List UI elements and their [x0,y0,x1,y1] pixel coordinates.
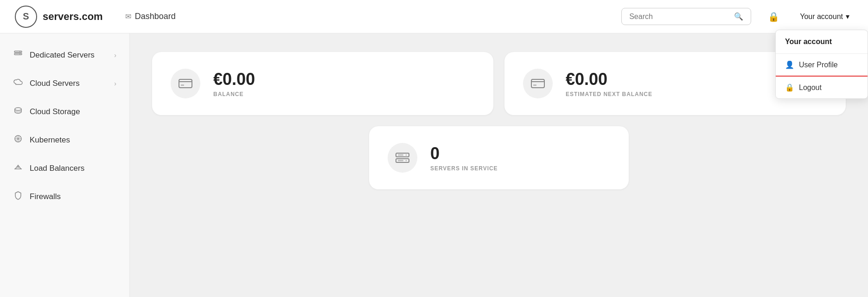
estimated-value: €0.00 [566,70,652,89]
header: S servers.com ✉ Dashboard 🔍 🔒 Your accou… [0,0,868,33]
main-content: €0.00 BALANCE €0.00 ESTIMATED NEXT BALAN… [130,33,868,297]
firewalls-label: Firewalls [30,192,61,201]
balance-card: €0.00 BALANCE [152,52,493,115]
svg-rect-1 [14,53,22,55]
svg-rect-11 [533,84,536,86]
balance-card-icon [171,69,200,98]
sidebar-item-cloud-servers[interactable]: Cloud Servers › [0,69,129,97]
svg-point-4 [15,108,21,110]
search-bar: 🔍 [621,8,751,25]
sidebar-item-dedicated-servers[interactable]: Dedicated Servers › [0,41,129,69]
firewalls-icon [13,191,23,202]
balance-value: €0.00 [213,70,255,89]
cloud-servers-icon [13,77,23,89]
sidebar-item-firewalls[interactable]: Firewalls [0,182,129,211]
kubernetes-icon [13,134,23,146]
search-input[interactable] [629,13,729,21]
estimated-label: ESTIMATED NEXT BALANCE [566,91,652,97]
user-profile-label: User Profile [799,61,838,69]
sidebar-item-load-balancers[interactable]: Load Balancers [0,154,129,182]
svg-point-7 [18,167,19,168]
svg-rect-0 [14,51,22,52]
logo-icon: S [15,6,37,28]
balance-cards-row: €0.00 BALANCE €0.00 ESTIMATED NEXT BALAN… [152,52,846,115]
cloud-storage-label: Cloud Storage [30,107,80,116]
svg-rect-8 [179,79,192,88]
servers-value: 0 [430,144,498,163]
load-balancers-icon [13,162,23,174]
nav-dashboard[interactable]: ✉ Dashboard [125,12,176,21]
cloud-servers-label: Cloud Servers [30,79,80,88]
load-balancers-label: Load Balancers [30,164,84,173]
sidebar: Dedicated Servers › Cloud Servers › [0,33,130,297]
logo[interactable]: S servers.com [15,6,103,28]
cloud-servers-chevron: › [114,80,116,87]
dropdown-item-logout[interactable]: 🔒 Logout [776,77,868,98]
servers-card-icon [388,143,417,173]
svg-rect-9 [181,84,184,86]
logout-label: Logout [799,84,822,92]
logo-text: servers.com [43,11,103,23]
svg-rect-16 [398,155,403,156]
user-profile-icon: 👤 [785,60,794,69]
cloud-storage-icon [13,106,23,117]
svg-point-15 [406,160,407,161]
svg-rect-17 [398,160,403,161]
svg-rect-10 [531,79,544,88]
account-label: Your account [800,13,843,21]
dedicated-servers-label: Dedicated Servers [30,51,95,60]
svg-point-3 [19,54,20,55]
dashboard-icon: ✉ [125,12,131,21]
dedicated-servers-icon [13,49,23,61]
dedicated-servers-chevron: › [114,52,116,59]
estimated-balance-card-icon [523,69,553,98]
dropdown-header: Your account [776,30,868,54]
svg-point-14 [406,155,407,156]
kubernetes-label: Kubernetes [30,136,70,145]
main-layout: Dedicated Servers › Cloud Servers › [0,33,868,297]
svg-point-2 [19,52,20,52]
lock-icon-button[interactable]: 🔒 [766,9,781,24]
account-button[interactable]: Your account ▾ [796,10,853,23]
account-dropdown: Your account 👤 User Profile 🔒 Logout [775,30,868,99]
dashboard-label: Dashboard [135,12,176,21]
logout-icon: 🔒 [785,83,794,92]
servers-label: SERVERS IN SERVICE [430,165,498,172]
sidebar-item-kubernetes[interactable]: Kubernetes [0,126,129,154]
servers-card: 0 SERVERS IN SERVICE [369,126,629,189]
account-chevron-icon: ▾ [846,12,849,21]
search-icon-button[interactable]: 🔍 [734,12,743,21]
dropdown-item-user-profile[interactable]: 👤 User Profile [776,54,868,77]
balance-label: BALANCE [213,91,255,97]
sidebar-item-cloud-storage[interactable]: Cloud Storage [0,97,129,126]
